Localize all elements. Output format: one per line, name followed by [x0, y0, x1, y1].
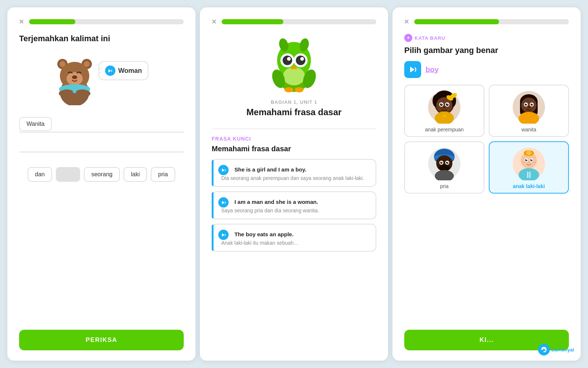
word-to-pick: boy — [426, 66, 439, 74]
top-bar-2: × — [212, 18, 376, 26]
option-label-3: pria — [440, 183, 448, 189]
word-audio-row: boy — [404, 61, 569, 78]
svg-point-19 — [296, 56, 305, 65]
phrase-card-1: She is a girl and I am a boy. Dia seoran… — [212, 159, 376, 187]
watermark: Carisinyal — [538, 344, 574, 355]
svg-point-25 — [284, 87, 293, 92]
svg-marker-27 — [222, 169, 225, 172]
option-label-2: wanita — [521, 127, 536, 132]
divider — [212, 128, 376, 129]
option-wanita[interactable]: wanita — [489, 85, 569, 137]
phrase-audio-2: I am a man and she is a woman. — [218, 197, 318, 208]
svg-point-91 — [533, 161, 536, 163]
svg-point-77 — [439, 165, 450, 171]
svg-point-61 — [532, 103, 533, 105]
svg-point-45 — [447, 103, 448, 105]
option-label-1: anak perempuan — [425, 127, 463, 132]
phrase-card-2: I am a man and she is a woman. Saya seor… — [212, 191, 376, 219]
bear-section: Woman — [19, 50, 184, 105]
close-button-3[interactable]: × — [404, 18, 409, 26]
word-chip-pria[interactable]: pria — [151, 167, 175, 182]
answer-chip[interactable]: Wanita — [19, 117, 52, 131]
answer-line-2 — [19, 136, 184, 152]
option-label-4: anak laki-laki — [513, 183, 545, 189]
word-chip-seorang[interactable]: seorang — [84, 167, 120, 182]
audio-icon-1[interactable] — [218, 165, 229, 175]
phrase-2-id: Saya seorang pria dan dia seorang wanita… — [218, 208, 370, 213]
watermark-logo — [538, 344, 550, 355]
char-woman — [512, 91, 545, 124]
phrase-1-id: Dia seorang anak perempuan dan saya seor… — [218, 175, 370, 181]
svg-point-21 — [300, 57, 304, 61]
phrase-card-3: The boy eats an apple. Anak laki-laki it… — [212, 224, 376, 252]
svg-point-26 — [295, 87, 304, 92]
svg-point-39 — [450, 95, 453, 99]
translate-title: Terjemahkan kalimat ini — [19, 34, 184, 43]
svg-point-83 — [526, 150, 531, 155]
svg-marker-29 — [222, 233, 225, 237]
word-chip-laki[interactable]: laki — [123, 167, 147, 182]
word-chip-blank — [56, 167, 80, 182]
svg-point-20 — [287, 57, 291, 61]
unit-title: Memahami frasa dasar — [212, 107, 376, 117]
word-bubble[interactable]: Woman — [98, 61, 149, 80]
owl-section — [212, 34, 376, 93]
svg-marker-30 — [410, 67, 415, 72]
close-button-1[interactable]: × — [19, 18, 24, 26]
svg-point-7 — [72, 75, 77, 79]
svg-point-18 — [283, 56, 292, 65]
svg-point-60 — [526, 103, 527, 105]
screen-phrases: × — [200, 7, 388, 361]
owl-character — [268, 34, 320, 93]
progress-fill-1 — [29, 19, 75, 24]
phrase-3-en: The boy eats an apple. — [232, 231, 294, 237]
audio-icon-2[interactable] — [218, 197, 229, 208]
check-button-1[interactable]: PERIKSA — [19, 330, 184, 350]
answer-area: Wanita — [19, 113, 184, 156]
option-anak-perempuan[interactable]: anak perempuan — [404, 85, 484, 137]
svg-marker-10 — [108, 69, 111, 72]
char-man — [428, 147, 461, 180]
top-bar-3: × — [404, 18, 569, 26]
bear-character — [54, 50, 95, 105]
progress-fill-2 — [222, 19, 283, 24]
new-word-icon: ✦ — [404, 34, 412, 42]
progress-bar-1 — [29, 19, 184, 24]
char-boy — [512, 147, 545, 180]
word-audio-button[interactable] — [404, 61, 421, 78]
svg-point-55 — [521, 98, 537, 113]
svg-point-15 — [283, 67, 305, 85]
screen-translate: × Terjemahkan kalimat ini — [7, 7, 196, 361]
app-container: × Terjemahkan kalimat ini — [0, 0, 588, 368]
word-chip-dan[interactable]: dan — [28, 167, 52, 182]
svg-point-89 — [531, 159, 533, 160]
svg-point-46 — [443, 107, 445, 108]
svg-point-88 — [526, 159, 527, 160]
option-anak-laki[interactable]: anak laki-laki — [489, 141, 569, 194]
word-text: Woman — [118, 67, 142, 75]
phrase-3-id: Anak laki-laki itu makan sebuah... — [218, 240, 370, 246]
phrase-2-en: I am a man and she is a woman. — [232, 199, 318, 205]
new-word-badge: ✦ KATA BARU — [404, 34, 569, 42]
new-word-text: KATA BARU — [415, 35, 445, 41]
pick-title: Pilih gambar yang benar — [404, 46, 569, 55]
svg-rect-96 — [529, 171, 531, 178]
progress-bar-3 — [414, 19, 569, 24]
svg-point-74 — [441, 162, 442, 163]
watermark-text: Carisinyal — [551, 347, 574, 353]
svg-point-62 — [528, 106, 530, 108]
close-button-2[interactable]: × — [212, 18, 216, 26]
svg-rect-95 — [527, 171, 528, 178]
char-girl — [428, 91, 461, 124]
svg-point-90 — [521, 161, 525, 163]
word-bank: dan seorang laki pria — [19, 167, 184, 182]
option-pria[interactable]: pria — [404, 141, 484, 194]
image-options-grid: anak perempuan — [404, 85, 569, 194]
progress-bar-2 — [222, 19, 376, 24]
top-bar-1: × — [19, 18, 184, 26]
audio-icon-bear[interactable] — [105, 66, 115, 76]
answer-line-1: Wanita — [19, 116, 184, 132]
svg-point-44 — [441, 103, 442, 105]
audio-icon-3[interactable] — [218, 230, 229, 240]
section-label: FRASA KUNCI — [212, 136, 376, 142]
